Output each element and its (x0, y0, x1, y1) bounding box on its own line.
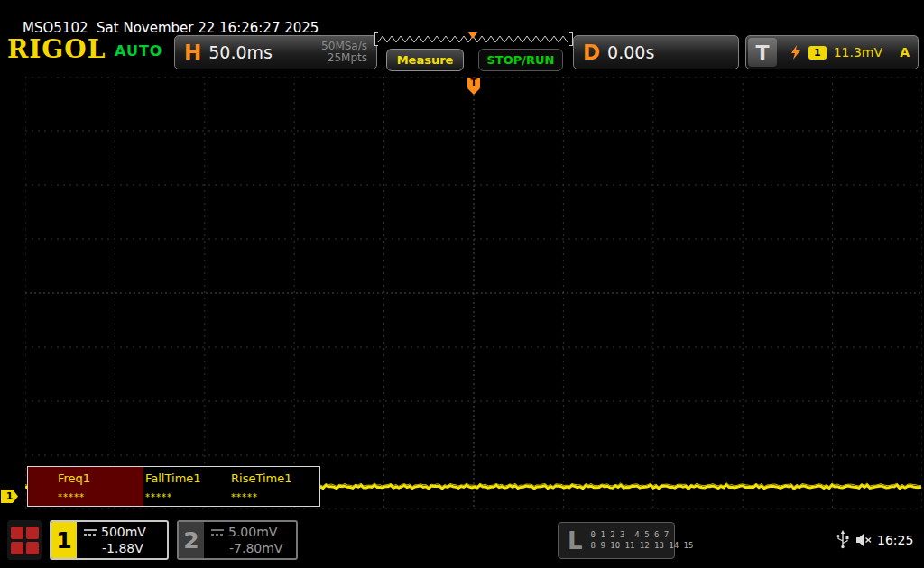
dc-coupling-icon (84, 528, 97, 536)
trigger-status-label: AUTO (115, 42, 162, 60)
channel2-block[interactable]: 2 5.00mV -7.80mV (177, 520, 298, 560)
logic-row-0-7: 0 1 2 3 4 5 6 7 (591, 531, 694, 539)
menu-square-icon (26, 542, 39, 554)
trigger-panel[interactable]: T 1 11.3mV A (745, 35, 919, 69)
trigger-source-badge: 1 (808, 46, 827, 60)
channel1-position-marker[interactable]: 1 (1, 490, 18, 503)
trigger-position-marker-icon (468, 32, 477, 39)
measure-button[interactable]: Measure (386, 49, 464, 71)
speaker-mute-icon[interactable] (855, 533, 873, 547)
logic-row-8-15: 8 9 10 11 12 13 14 15 (591, 542, 694, 550)
channel1-badge: 1 (51, 522, 77, 558)
waveform-preview-strip[interactable] (374, 32, 573, 46)
trigger-sweep-mode: A (900, 45, 918, 60)
logic-channels-block[interactable]: L 0 1 2 3 4 5 6 7 8 9 10 11 12 13 14 15 (558, 522, 675, 559)
trigger-slope-icon (790, 45, 801, 60)
measurement-freq1[interactable]: Freq1 ***** (28, 467, 143, 506)
trigger-flag-arrow-icon (467, 88, 480, 95)
memory-depth: 25Mpts (328, 52, 367, 64)
acquisition-info: 50MSa/s 25Mpts (321, 41, 376, 64)
measurement-overlay: Freq1 ***** FallTime1 ***** RiseTime1 **… (27, 466, 320, 507)
rigol-logo: RIGOL (7, 34, 106, 64)
horizontal-panel[interactable]: H 50.0ms 50MSa/s 25Mpts (174, 35, 377, 69)
channel2-badge: 2 (179, 522, 204, 558)
preview-left-bracket (374, 32, 378, 46)
menu-square-icon (11, 542, 23, 554)
channel1-offset: -1.88V (84, 540, 167, 556)
usb-icon (836, 530, 850, 549)
waveform-layer (25, 77, 922, 509)
measurement-falltime1[interactable]: FallTime1 ***** (143, 467, 229, 506)
logic-label: L (568, 527, 583, 554)
menu-grid-button[interactable] (7, 520, 42, 560)
trigger-level-value: 11.3mV (834, 45, 882, 60)
oscilloscope-screen: MSO5102 Sat November 22 16:26:27 2025 RI… (0, 0, 924, 568)
horizontal-label: H (184, 41, 201, 64)
dc-coupling-icon (211, 528, 224, 536)
delay-value: 0.00s (607, 42, 654, 62)
display-grid: T (25, 77, 922, 509)
channel2-offset: -7.80mV (211, 540, 296, 556)
channel1-block[interactable]: 1 500mV -1.88V (50, 520, 169, 560)
timebase-value: 50.0ms (208, 42, 273, 62)
trigger-label: T (748, 38, 777, 67)
channel2-scale: 5.00mV (211, 524, 296, 540)
stop-run-button[interactable]: STOP/RUN (478, 49, 563, 71)
menu-square-icon (11, 527, 23, 539)
status-clock: 16:25 (877, 533, 913, 547)
delay-label: D (583, 41, 600, 64)
menu-square-icon (26, 527, 39, 539)
delay-panel[interactable]: D 0.00s (573, 35, 739, 69)
measurement-risetime1[interactable]: RiseTime1 ***** (229, 467, 319, 506)
trigger-position-flag[interactable]: T (467, 78, 480, 95)
channel1-scale: 500mV (84, 524, 167, 540)
trigger-flag-letter: T (467, 78, 480, 88)
